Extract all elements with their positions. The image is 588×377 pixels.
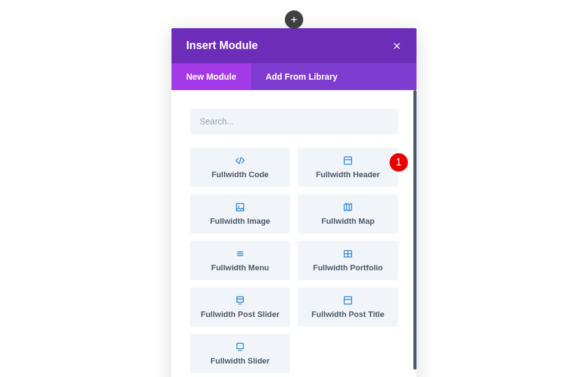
- module-label: Fullwidth Code: [195, 170, 285, 179]
- code-icon: [195, 155, 285, 166]
- slider-icon: [195, 341, 285, 352]
- add-section-button[interactable]: [285, 10, 303, 29]
- scrollbar-thumb[interactable]: [413, 90, 417, 370]
- module-label: Fullwidth Post Title: [303, 310, 393, 319]
- callout-badge: 1: [390, 153, 408, 172]
- modal-title: Insert Module: [186, 39, 258, 52]
- scrollbar[interactable]: [413, 90, 417, 377]
- post-title-icon: [303, 295, 393, 306]
- portfolio-icon: [303, 248, 393, 259]
- module-fullwidth-header[interactable]: 1 Fullwidth Header: [298, 148, 398, 187]
- module-fullwidth-image[interactable]: Fullwidth Image: [190, 194, 290, 234]
- module-fullwidth-post-title[interactable]: Fullwidth Post Title: [298, 288, 398, 327]
- close-icon: [392, 41, 402, 51]
- svg-point-14: [241, 303, 242, 305]
- module-label: Fullwidth Portfolio: [303, 263, 393, 272]
- svg-point-12: [238, 303, 239, 305]
- svg-rect-15: [344, 297, 352, 304]
- plus-icon: [290, 15, 298, 24]
- module-label: Fullwidth Header: [303, 170, 393, 179]
- image-icon: [195, 202, 285, 213]
- svg-rect-0: [344, 157, 352, 164]
- module-fullwidth-post-slider[interactable]: Fullwidth Post Slider: [190, 288, 290, 327]
- module-label: Fullwidth Image: [195, 216, 285, 226]
- header-icon: [303, 155, 393, 166]
- tab-new-module[interactable]: New Module: [172, 63, 251, 90]
- svg-point-13: [239, 303, 241, 305]
- module-fullwidth-menu[interactable]: Fullwidth Menu: [190, 241, 290, 280]
- module-label: Fullwidth Slider: [195, 356, 285, 365]
- svg-rect-17: [237, 343, 244, 349]
- module-fullwidth-slider[interactable]: Fullwidth Slider: [190, 334, 290, 373]
- post-slider-icon: [195, 295, 285, 306]
- tab-add-from-library[interactable]: Add From Library: [251, 63, 352, 90]
- module-label: Fullwidth Map: [303, 216, 393, 226]
- module-label: Fullwidth Menu: [195, 263, 285, 272]
- module-fullwidth-code[interactable]: Fullwidth Code: [190, 148, 290, 187]
- module-label: Fullwidth Post Slider: [195, 310, 285, 319]
- menu-icon: [195, 248, 285, 259]
- svg-point-19: [239, 350, 241, 351]
- module-grid: Fullwidth Code 1 Fullwidth Header Fullwi…: [190, 148, 398, 373]
- modal-body: Fullwidth Code 1 Fullwidth Header Fullwi…: [172, 90, 417, 377]
- modal-tabs: New Module Add From Library: [172, 63, 417, 90]
- modal-header: Insert Module: [172, 28, 417, 63]
- module-fullwidth-map[interactable]: Fullwidth Map: [298, 194, 398, 234]
- svg-point-3: [238, 205, 239, 207]
- svg-point-20: [241, 350, 242, 351]
- close-button[interactable]: [392, 41, 402, 51]
- module-fullwidth-portfolio[interactable]: Fullwidth Portfolio: [298, 241, 398, 280]
- map-icon: [303, 202, 393, 213]
- search-input[interactable]: [190, 109, 398, 134]
- svg-point-18: [238, 350, 239, 351]
- insert-module-modal: Insert Module New Module Add From Librar…: [172, 28, 417, 377]
- svg-rect-2: [236, 204, 244, 211]
